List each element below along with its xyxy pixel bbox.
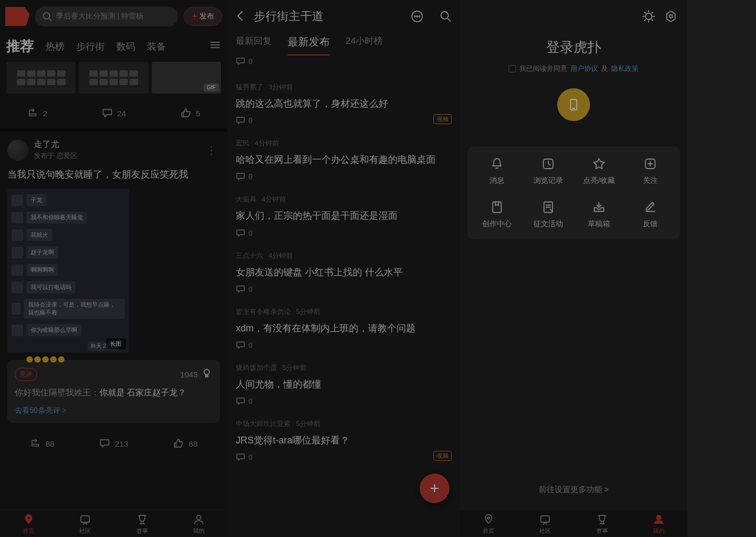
tab-recommend[interactable]: 推荐 xyxy=(6,37,34,55)
thread-comments: 0 xyxy=(236,340,451,350)
like-button[interactable]: 88 xyxy=(173,438,198,449)
avatar[interactable] xyxy=(7,140,29,161)
theme-icon[interactable] xyxy=(642,10,656,23)
nav-community[interactable]: 社区 xyxy=(79,513,91,535)
comment-icon xyxy=(236,228,245,238)
more-icon[interactable]: ⋮ xyxy=(203,144,220,156)
thread-meta: 三点十六4分钟前 xyxy=(236,251,451,261)
thread-item[interactable]: 三点十六4分钟前女朋友送的键盘 小红书上找的 什么水平0 xyxy=(236,243,451,299)
bottom-nav: 首页 社区 赛事 我的 xyxy=(460,510,687,537)
comment-button[interactable]: 24 xyxy=(102,107,126,119)
nav-mine[interactable]: 我的 xyxy=(652,513,665,535)
user-agreement-link[interactable]: 用户协议 xyxy=(570,64,598,73)
thread-item[interactable]: 猛男累了3分钟前跳的这么高也就算了，身材还这么好0视频 xyxy=(236,74,451,130)
chat-line: 子龙 xyxy=(26,194,47,206)
thread-item[interactable]: 中场大师坎比亚索5分钟前JRS觉得t-ara哪位最好看？0视频 xyxy=(236,411,451,467)
share-button[interactable]: 88 xyxy=(30,438,54,449)
username[interactable]: 走了尤 xyxy=(34,139,198,150)
chat-line: 你为啥睡那么早啊 xyxy=(26,324,81,336)
thread-item[interactable]: 烧鸡饭加个蛋5分钟前人间尤物，懂的都懂0 xyxy=(236,355,451,411)
thread-meta: 皆主有令格杀勿论5分钟前 xyxy=(236,307,451,317)
chat-line: 赵子龙啊 xyxy=(26,246,58,258)
menu-icon[interactable] xyxy=(209,39,221,53)
grid-history[interactable]: 浏览记录 xyxy=(523,157,574,186)
grid-label: 点亮/收藏 xyxy=(583,176,615,186)
svg-point-0 xyxy=(43,13,50,19)
share-button[interactable]: 2 xyxy=(27,107,47,119)
nav-label: 赛事 xyxy=(596,527,608,535)
bookmark-icon xyxy=(490,200,504,214)
tab-latest-reply[interactable]: 最新回复 xyxy=(236,35,272,55)
gif-badge: GIF xyxy=(204,84,219,91)
svg-point-25 xyxy=(669,15,672,18)
thumbnail[interactable] xyxy=(79,62,148,94)
grid-favorites[interactable]: 点亮/收藏 xyxy=(574,157,625,186)
tab-24h[interactable]: 24小时榜 xyxy=(346,35,383,55)
thread-comments: 0 xyxy=(236,452,451,462)
plus-icon: + xyxy=(191,12,197,21)
thread-comments: 0 xyxy=(236,396,451,406)
thread-item[interactable]: 皆主有令格杀勿论5分钟前xdm，有没有在体制内上班的，请教个问题0 xyxy=(236,299,451,355)
svg-line-20 xyxy=(644,12,646,13)
grid-feedback[interactable]: 反馈 xyxy=(625,200,676,229)
share-icon xyxy=(27,107,39,119)
agreement-checkbox[interactable] xyxy=(509,65,516,72)
thumbnail[interactable] xyxy=(6,62,76,94)
thread-title: JRS觉得t-ara哪位最好看？ xyxy=(236,434,451,447)
chat-icon[interactable] xyxy=(410,10,424,23)
nav-mine[interactable]: 我的 xyxy=(192,513,205,535)
post-area: 发布于 恋爱区 xyxy=(34,151,198,161)
nav-matches[interactable]: 赛事 xyxy=(596,513,609,535)
thumbnail[interactable]: GIF xyxy=(152,62,221,94)
nav-home[interactable]: 首页 xyxy=(482,513,495,535)
nav-label: 社区 xyxy=(539,527,551,535)
more-settings-link[interactable]: 前往设置更多功能 > xyxy=(460,485,687,495)
nav-matches[interactable]: 赛事 xyxy=(136,513,149,535)
search-input[interactable]: 季后赛大比分预测 | 特雷杨 xyxy=(35,6,178,26)
profile-panel: 登录虎扑 我已阅读并同意用户协议及隐私政策 消息 浏览记录 点亮/收藏 关注 创… xyxy=(460,0,687,537)
nav-label: 首页 xyxy=(483,527,494,535)
new-post-fab[interactable]: + xyxy=(420,474,449,503)
grid-drafts[interactable]: 草稿箱 xyxy=(574,200,625,229)
thread-item[interactable]: 大面具4分钟前家人们，正宗的热干面是干面还是湿面0 xyxy=(236,186,451,242)
nav-community[interactable]: 社区 xyxy=(539,513,551,535)
post-title[interactable]: 当我只说句晚安就睡了，女朋友反应笑死我 xyxy=(7,168,220,181)
grid-essay[interactable]: 征文活动 xyxy=(523,200,574,229)
publish-button[interactable]: + 发布 xyxy=(183,7,222,26)
post-image[interactable]: 子龙 我不和你聊着天睡觉 我就火 赵子龙啊 啊啊啊啊 我可以打电话吗 我待会没课… xyxy=(7,189,129,353)
thread-item[interactable]: 宏民4分钟前哈哈又在网上看到一个办公桌和有趣的电脑桌面0 xyxy=(236,130,451,186)
grid-follow[interactable]: 关注 xyxy=(625,157,676,186)
grid-creator[interactable]: 创作中心 xyxy=(472,200,523,229)
svg-line-21 xyxy=(652,20,653,21)
edit-icon xyxy=(643,200,657,214)
home-feed-panel: 季后赛大比分预测 | 特雷杨 + 发布 推荐 热榜 步行街 数码 装备 GIF xyxy=(0,0,227,537)
profile-top-icons xyxy=(460,0,687,27)
agreement-text: 我已阅读并同意 xyxy=(519,64,567,73)
privacy-policy-link[interactable]: 隐私政策 xyxy=(611,64,639,73)
grid-messages[interactable]: 消息 xyxy=(472,157,523,186)
tab-street[interactable]: 步行街 xyxy=(76,40,105,53)
settings-icon[interactable] xyxy=(664,10,678,23)
grid-label: 草稿箱 xyxy=(588,219,610,229)
bulb-icon[interactable] xyxy=(201,367,213,381)
tab-digital[interactable]: 数码 xyxy=(116,40,135,53)
comment-button[interactable]: 213 xyxy=(99,438,128,449)
search-icon[interactable] xyxy=(439,10,453,23)
like-button[interactable]: 5 xyxy=(180,107,200,119)
tab-gear[interactable]: 装备 xyxy=(147,40,166,53)
svg-point-15 xyxy=(646,13,652,20)
more-highlights-link[interactable]: 去看50条亮评 > xyxy=(15,406,67,415)
highlight-comment[interactable]: 亮评 1043 你好我住隔壁我姓王：你就是 石家庄赵子龙？ 去看50条亮评 > xyxy=(7,360,220,423)
tab-hot[interactable]: 热榜 xyxy=(45,40,64,53)
thread-title: 人间尤物，懂的都懂 xyxy=(236,378,451,391)
svg-point-12 xyxy=(419,16,420,17)
nav-home[interactable]: 首页 xyxy=(22,513,35,535)
star-icon xyxy=(592,157,606,171)
category-tabs: 推荐 热榜 步行街 数码 装备 xyxy=(0,33,227,62)
app-logo[interactable] xyxy=(5,7,30,26)
document-icon xyxy=(541,200,555,214)
back-button[interactable] xyxy=(235,10,246,23)
tab-latest-post[interactable]: 最新发布 xyxy=(288,35,330,55)
svg-point-10 xyxy=(414,16,416,17)
phone-login-button[interactable] xyxy=(557,88,590,121)
